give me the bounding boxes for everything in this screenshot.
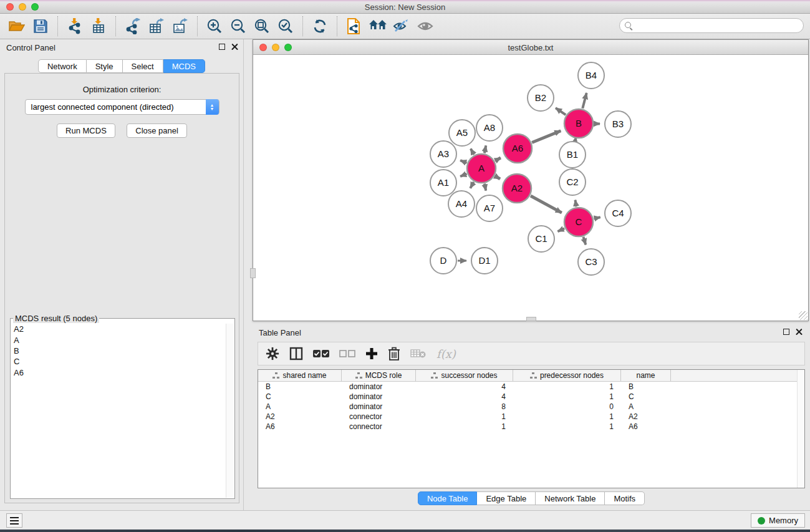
edge-A-A4[interactable]	[470, 182, 474, 188]
tab-select[interactable]: Select	[123, 59, 163, 73]
column-header-label: successor nodes	[441, 371, 497, 380]
edge-A6-B[interactable]	[532, 131, 561, 143]
task-history-button[interactable]	[6, 513, 22, 528]
table-cell: 1	[513, 392, 621, 402]
tab-network-table[interactable]: Network Table	[536, 491, 605, 505]
table-panel-title: Table Panel	[259, 328, 301, 337]
birdseye-bottom-handle[interactable]	[526, 317, 536, 321]
mcds-result-title: MCDS result (5 nodes)	[13, 314, 99, 323]
table-row[interactable]: A2connector11A2	[258, 412, 804, 422]
open-session-icon[interactable]	[6, 16, 27, 36]
criterion-dropdown[interactable]: largest connected component (directed) ▲…	[25, 99, 219, 115]
close-panel-button[interactable]: Close panel	[127, 123, 187, 138]
run-mcds-button[interactable]: Run MCDS	[57, 123, 115, 138]
mcds-result-item[interactable]: B	[11, 346, 226, 356]
column-header-MCDS-role[interactable]: MCDS role	[342, 370, 416, 381]
refresh-layout-icon[interactable]	[309, 16, 330, 36]
network-view-window: testGlobe.txt B4B2BB3A5A8A6A3B1AA1C2A2A4…	[253, 39, 809, 321]
table-cell: dominator	[342, 402, 416, 412]
table-cell: 1	[513, 412, 621, 422]
delete-column-icon[interactable]	[388, 347, 400, 360]
mcds-result-item[interactable]: A2	[11, 324, 226, 334]
search-input[interactable]	[636, 21, 803, 30]
edge-A-A3[interactable]	[460, 160, 466, 163]
delete-table-icon[interactable]	[410, 349, 427, 359]
export-image-icon[interactable]	[170, 16, 191, 36]
search-field[interactable]	[619, 18, 804, 33]
hierarchy-icon	[355, 372, 362, 379]
zoom-fit-icon[interactable]	[251, 16, 272, 36]
column-header-shared-name[interactable]: shared name	[258, 370, 342, 381]
settings-gear-icon[interactable]	[266, 347, 279, 360]
node-label-C: C	[576, 216, 582, 227]
table-row[interactable]: Cdominator41C	[258, 392, 804, 402]
tab-style[interactable]: Style	[87, 59, 123, 73]
float-table-panel-icon[interactable]	[783, 329, 789, 335]
tab-motifs[interactable]: Motifs	[605, 491, 645, 505]
mcds-result-item[interactable]: C	[11, 356, 226, 367]
table-cell: C	[258, 392, 342, 402]
table-row[interactable]: Adominator80A	[258, 402, 804, 412]
import-table-icon[interactable]	[88, 16, 109, 36]
network-window-titlebar[interactable]: testGlobe.txt	[253, 40, 808, 55]
edge-C-C2[interactable]	[575, 200, 576, 207]
edge-B-B2[interactable]	[556, 108, 566, 115]
close-panel-icon[interactable]	[231, 43, 238, 50]
show-details-icon[interactable]	[415, 16, 436, 36]
mcds-result-item[interactable]: A	[11, 334, 226, 345]
save-session-icon[interactable]	[30, 16, 51, 36]
edge-A-A8[interactable]	[485, 145, 486, 153]
window-resize-grip[interactable]	[799, 311, 808, 320]
column-header-predecessor-nodes[interactable]: predecessor nodes	[513, 370, 621, 381]
edge-A-A6[interactable]	[495, 158, 501, 161]
edge-A-A1[interactable]	[460, 174, 466, 177]
export-table-icon[interactable]	[146, 16, 167, 36]
birdseye-left-handle[interactable]	[250, 268, 256, 278]
float-panel-icon[interactable]	[219, 44, 225, 50]
edge-A-A7[interactable]	[485, 183, 486, 190]
tab-edge-table[interactable]: Edge Table	[477, 491, 536, 505]
mcds-result-scrollbar[interactable]	[226, 324, 234, 498]
import-network-icon[interactable]	[64, 16, 85, 36]
edge-A2-C[interactable]	[531, 196, 562, 213]
tab-network[interactable]: Network	[38, 59, 87, 73]
tab-node-table[interactable]: Node Table	[418, 491, 478, 505]
deselect-all-icon[interactable]	[339, 349, 355, 358]
toggle-column-view-icon[interactable]	[289, 347, 303, 360]
column-header-name[interactable]: name	[621, 370, 671, 381]
zoom-in-icon[interactable]	[204, 16, 225, 36]
column-header-label: predecessor nodes	[540, 371, 604, 380]
table-row[interactable]: Bdominator41B	[258, 382, 804, 392]
edge-A-A5[interactable]	[471, 148, 474, 155]
network-graph-canvas[interactable]: B4B2BB3A5A8A6A3B1AA1C2A2A4A7CC4C1C3DD1	[254, 56, 808, 321]
home-icon[interactable]	[367, 16, 388, 36]
tab-mcds[interactable]: MCDS	[163, 59, 205, 73]
first-neighbors-icon[interactable]	[344, 16, 365, 36]
table-row[interactable]: A6connector11A6	[258, 422, 804, 432]
mcds-result-item[interactable]: A6	[11, 367, 226, 378]
node-label-B3: B3	[612, 118, 624, 129]
node-label-A2: A2	[511, 183, 523, 193]
table-cell: 1	[513, 422, 621, 432]
edge-C-C1[interactable]	[557, 228, 564, 231]
node-label-C2: C2	[566, 177, 578, 187]
export-network-icon[interactable]	[122, 16, 143, 36]
table-scrollbar[interactable]	[797, 370, 804, 488]
close-table-panel-icon[interactable]	[796, 328, 803, 335]
mcds-result-list[interactable]: A2ABCA6	[11, 324, 226, 498]
function-builder-icon[interactable]: f(x)	[436, 347, 456, 360]
zoom-out-icon[interactable]	[228, 16, 249, 36]
control-panel: Control Panel NetworkStyleSelectMCDS Opt…	[0, 39, 244, 510]
edge-B-B4[interactable]	[582, 93, 586, 109]
select-all-icon[interactable]	[313, 349, 329, 358]
table-cell: B	[258, 382, 342, 392]
edge-A-A2[interactable]	[495, 176, 500, 179]
edge-C-C3[interactable]	[583, 237, 586, 244]
add-column-icon[interactable]	[365, 347, 378, 360]
zoom-selected-icon[interactable]	[275, 16, 296, 36]
memory-button[interactable]: Memory	[751, 513, 805, 528]
column-header-successor-nodes[interactable]: successor nodes	[416, 370, 513, 381]
main-toolbar	[0, 14, 810, 39]
hide-details-icon[interactable]	[391, 16, 412, 36]
edge-C-C4[interactable]	[594, 217, 600, 218]
